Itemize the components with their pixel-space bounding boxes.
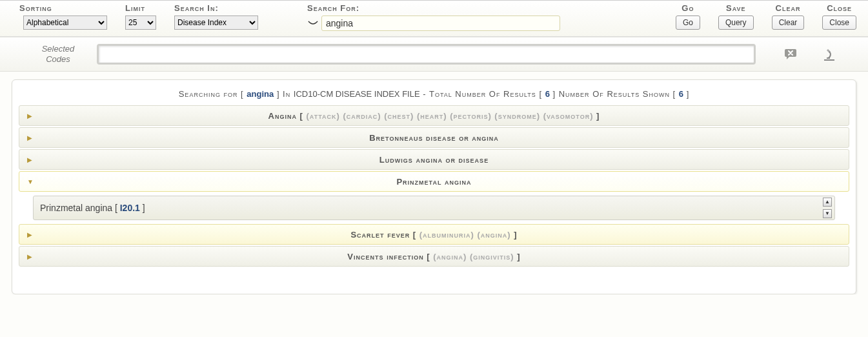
result-title: Vincents infection [ (angina) (gingiviti… [347,252,520,261]
search-for-group: Search For: [301,3,567,31]
limit-select[interactable]: 25 [125,15,156,30]
result-detail-prinzmetal[interactable]: Prinzmetal angina [ I20.1 ] ▲ ▼ [33,196,835,220]
search-icon [307,19,319,28]
selected-codes-label: Selected Codes [19,44,97,64]
search-in-group: Search In: Disease Index [168,3,265,30]
go-button[interactable]: Go [676,15,700,30]
close-label: Close [827,3,852,13]
collapse-icon: ▼ [27,178,34,185]
svg-rect-1 [827,57,830,59]
result-row-angina[interactable]: ▶ Angina [ (attack) (cardiac) (chest) (h… [19,105,849,126]
scroll-up-icon[interactable]: ▲ [823,198,832,207]
save-query-button[interactable]: Query [718,15,754,30]
expand-icon: ▶ [27,253,32,260]
clear-codes-icon[interactable] [782,46,800,62]
result-row-ludwigs[interactable]: ▶ Ludwigs angina or disease [19,149,849,170]
selected-codes-bar: Selected Codes [0,37,868,72]
expand-icon: ▶ [27,156,32,163]
go-label: Go [681,3,694,13]
search-for-label: Search For: [307,3,560,13]
expand-icon: ▶ [27,112,32,119]
result-title: Angina [ (attack) (cardiac) (chest) (hea… [268,111,600,121]
search-in-label: Search In: [174,3,258,13]
sorting-select[interactable]: Alphabetical [23,15,107,30]
result-title: Ludwigs angina or disease [379,155,489,165]
summary-shown: 6 [679,89,683,99]
save-label: Save [726,3,746,13]
result-title: Prinzmetal angina [396,177,471,187]
sorting-group: Sorting Alphabetical [13,3,114,30]
search-input[interactable] [321,15,560,31]
detail-label: Prinzmetal angina [40,203,112,213]
sorting-label: Sorting [19,3,107,13]
result-row-bretonneaus[interactable]: ▶ Bretonneaus disease or angina [19,127,849,148]
search-in-select[interactable]: Disease Index [174,15,258,30]
summary-total: 6 [545,89,550,99]
search-toolbar: Sorting Alphabetical Limit 25 Search In:… [0,0,868,37]
limit-group: Limit 25 [119,3,163,30]
result-row-scarlet-fever[interactable]: ▶ Scarlet fever [ (albuminuria) (angina)… [19,224,849,245]
clear-button[interactable]: Clear [772,15,805,30]
detail-scrollbar[interactable]: ▲ ▼ [823,198,833,218]
results-summary: Searching for [ angina ] In ICD10-CM DIS… [19,89,849,99]
result-row-prinzmetal[interactable]: ▼ Prinzmetal angina [19,171,849,192]
result-title: Scarlet fever [ (albuminuria) (angina) ] [350,230,517,240]
detail-code: I20.1 [120,203,140,213]
result-title: Bretonneaus disease or angina [369,133,499,143]
results-panel: Searching for [ angina ] In ICD10-CM DIS… [12,79,856,294]
expand-icon: ▶ [27,231,32,238]
clear-label: Clear [776,3,801,13]
microscope-icon[interactable] [820,46,838,62]
limit-label: Limit [125,3,156,13]
selected-codes-input[interactable] [97,44,756,65]
result-row-vincents[interactable]: ▶ Vincents infection [ (angina) (gingivi… [19,246,849,267]
scroll-down-icon[interactable]: ▼ [823,209,832,218]
close-button[interactable]: Close [822,15,856,30]
action-buttons: Go Go Save Query Clear Clear Close Close [669,3,868,30]
expand-icon: ▶ [27,134,32,141]
svg-rect-0 [824,59,834,61]
summary-term: angina [247,89,274,99]
